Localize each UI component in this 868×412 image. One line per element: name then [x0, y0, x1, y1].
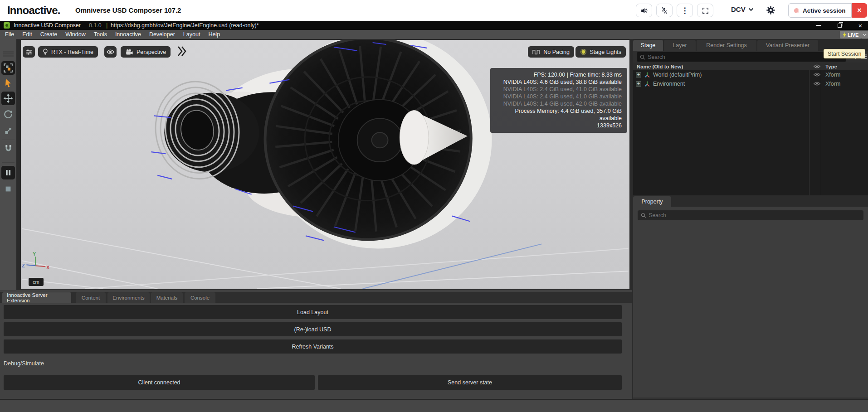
window-minimize-button[interactable]: [812, 21, 825, 29]
dcv-dropdown[interactable]: DCV: [731, 5, 754, 13]
expand-icon[interactable]: [636, 81, 641, 87]
visibility-eye-icon[interactable]: [814, 72, 820, 77]
toolbar-divider: [2, 162, 15, 163]
stat-gpu-3: NVIDIA L40S: 1.4 GiB used, 42.0 GiB avai…: [496, 100, 622, 107]
gear-icon: [766, 5, 776, 15]
close-icon: ×: [858, 22, 863, 29]
window-app-version: 0.1.0: [89, 22, 102, 29]
selection-mode-tool[interactable]: [1, 61, 15, 75]
volume-button[interactable]: [636, 4, 652, 17]
send-server-state-button[interactable]: Send server state: [318, 375, 622, 390]
expand-icon[interactable]: [636, 72, 641, 78]
fullscreen-button[interactable]: [697, 4, 713, 17]
reload-usd-button[interactable]: (Re-)load USD: [4, 322, 622, 336]
settings-button[interactable]: [766, 5, 776, 17]
microphone-muted-button[interactable]: [656, 4, 673, 17]
tab-console[interactable]: Console: [185, 292, 215, 303]
menu-file[interactable]: File: [1, 31, 18, 38]
viewport-settings-button[interactable]: [23, 46, 35, 58]
active-session-button[interactable]: Active session: [788, 3, 852, 18]
live-sync-badge[interactable]: LIVE: [840, 31, 861, 39]
menu-window[interactable]: Window: [61, 31, 89, 38]
platform-header: Innoactive. Omniverse USD Composer 107.2…: [0, 0, 868, 21]
property-search-field[interactable]: [638, 210, 863, 220]
tree-row-environment[interactable]: Environment Xform: [633, 79, 868, 88]
stage-tree-header[interactable]: Name (Old to New) Type: [633, 63, 868, 70]
prim-name[interactable]: World (defaultPrim): [653, 72, 702, 78]
visibility-button[interactable]: [104, 46, 117, 58]
end-session-button[interactable]: ×: [852, 3, 867, 18]
restore-icon: [838, 24, 842, 28]
stage-search-field[interactable]: [637, 52, 846, 62]
prim-type: Xform: [825, 81, 840, 87]
stage-search-input[interactable]: [648, 54, 843, 60]
renderer-button[interactable]: RTX - Real-Time: [38, 46, 98, 58]
window-restore-button[interactable]: [833, 21, 846, 29]
jet-engine-model: [149, 40, 501, 258]
menu-innoactive[interactable]: Innoactive: [111, 31, 145, 38]
stop-icon: [4, 185, 12, 193]
toolbar-grip-icon[interactable]: [3, 51, 14, 57]
sliders-icon: [25, 48, 33, 56]
menu-developer[interactable]: Developer: [145, 31, 179, 38]
menubar: File Edit Create Window Tools Innoactive…: [0, 30, 868, 39]
load-layout-button[interactable]: Load Layout: [4, 305, 622, 319]
innoactive-logo: Innoactive.: [7, 4, 60, 17]
menu-edit[interactable]: Edit: [18, 31, 36, 38]
tab-render-settings[interactable]: Render Settings: [697, 40, 756, 51]
stat-fps: FPS: 120.00 | Frame time: 8.33 ms: [496, 71, 622, 78]
visibility-column-icon: [814, 64, 820, 69]
mic-off-icon: [660, 6, 668, 15]
property-panel: [633, 207, 868, 397]
tree-row-world[interactable]: World (defaultPrim) Xform: [633, 70, 868, 79]
live-dropdown-button[interactable]: [861, 31, 868, 39]
pacing-button[interactable]: No Pacing: [528, 46, 574, 58]
window-close-button[interactable]: ×: [853, 21, 867, 29]
tab-stage[interactable]: Stage: [633, 40, 663, 51]
rotate-tool[interactable]: [1, 107, 15, 121]
tab-property[interactable]: Property: [633, 196, 671, 207]
bottom-panel: Innoactive Server Extension Content Envi…: [0, 290, 632, 399]
ground-grid: [22, 228, 628, 289]
pacing-label: No Pacing: [543, 49, 570, 55]
menu-tools[interactable]: Tools: [90, 31, 111, 38]
viewport[interactable]: Y X Z RTX - Real-Time: [21, 40, 629, 289]
page-title: Omniverse USD Composer 107.2: [75, 6, 181, 14]
menu-help[interactable]: Help: [204, 31, 224, 38]
move-tool[interactable]: [1, 92, 15, 105]
pause-button[interactable]: [1, 166, 15, 179]
tab-innoactive-server-extension[interactable]: Innoactive Server Extension: [2, 292, 71, 303]
snap-tool[interactable]: [1, 141, 15, 155]
column-name[interactable]: Name (Old to New): [637, 64, 683, 69]
refresh-variants-button[interactable]: Refresh Variants: [4, 339, 622, 354]
camera-button[interactable]: Perspective: [121, 46, 171, 58]
lightning-icon: [843, 32, 846, 38]
client-connected-button[interactable]: Client connected: [4, 375, 315, 390]
tab-content[interactable]: Content: [76, 292, 106, 303]
select-tool[interactable]: [1, 77, 15, 90]
bottom-tabbar: Innoactive Server Extension Content Envi…: [0, 292, 632, 303]
toolbar-expand-button[interactable]: [177, 45, 187, 59]
more-options-button[interactable]: ⋮: [677, 4, 693, 17]
prim-type: Xform: [825, 72, 840, 78]
property-search-input[interactable]: [649, 212, 860, 218]
stage-lights-label: Stage Lights: [590, 49, 622, 55]
scale-tool[interactable]: [1, 124, 15, 138]
tab-environments[interactable]: Environments: [107, 292, 150, 303]
stage-lights-button[interactable]: Stage Lights: [575, 46, 626, 58]
tab-variant-presenter[interactable]: Variant Presenter: [757, 40, 818, 51]
speaker-icon: [640, 6, 649, 15]
camera-label: Perspective: [137, 49, 166, 55]
visibility-eye-icon[interactable]: [814, 81, 820, 86]
active-session-label: Active session: [803, 7, 846, 14]
tab-materials[interactable]: Materials: [151, 292, 183, 303]
axis-y-label: Y: [33, 251, 36, 257]
menu-layout[interactable]: Layout: [179, 31, 205, 38]
stat-process-memory: Process Memory: 4.4 GiB used, 357.0 GiB …: [496, 107, 622, 122]
prim-name[interactable]: Environment: [653, 81, 685, 87]
pause-icon: [4, 169, 12, 177]
tab-layer[interactable]: Layer: [664, 40, 696, 51]
stop-button[interactable]: [1, 182, 15, 196]
column-divider: [809, 70, 809, 195]
menu-create[interactable]: Create: [36, 31, 62, 38]
